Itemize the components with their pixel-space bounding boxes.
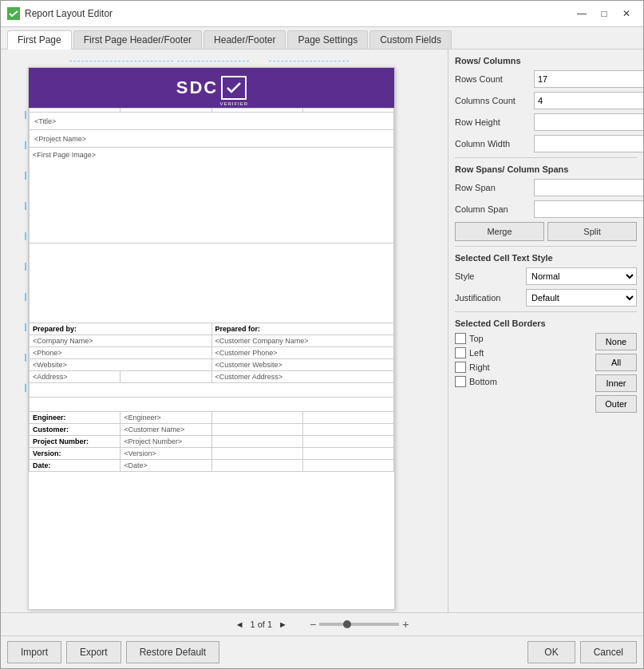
- customer-address-cell: <Customer Address>: [211, 371, 394, 383]
- table-row: <Project Name>: [30, 130, 394, 148]
- sdc-logo: SDC VERIFIER: [176, 76, 247, 100]
- customer-address: <Customer Address>: [215, 373, 283, 381]
- table-row: Prepared by: Prepared for:: [30, 323, 394, 335]
- zoom-plus-button[interactable]: +: [402, 618, 409, 631]
- tab-header-footer[interactable]: Header/Footer: [203, 30, 286, 49]
- none-button[interactable]: None: [595, 333, 637, 350]
- empty-row-2: [30, 398, 394, 412]
- top-label: Top: [469, 334, 501, 343]
- prev-page-button[interactable]: ◄: [235, 620, 244, 629]
- outer-button[interactable]: Outer: [595, 395, 637, 413]
- version-empty-2: [302, 448, 393, 460]
- ruler-tick-2: [20, 141, 26, 149]
- website-cell: <Website>: [30, 359, 212, 371]
- column-width-label: Column Width: [455, 139, 531, 148]
- rows-count-label: Rows Count: [455, 74, 531, 84]
- all-button[interactable]: All: [595, 354, 637, 371]
- empty-row-1: [30, 383, 394, 398]
- zoom-minus-button[interactable]: −: [310, 618, 316, 631]
- customer-value-cell: <Customer Name>: [121, 424, 211, 436]
- ok-button[interactable]: OK: [527, 641, 575, 663]
- zoom-track[interactable]: [319, 623, 399, 626]
- table-row: <Address> <Customer Address>: [30, 371, 394, 383]
- justification-row: Justification Default Left Center Right: [455, 289, 637, 307]
- style-select[interactable]: Normal Bold Italic: [526, 267, 637, 285]
- right-checkbox[interactable]: [455, 362, 466, 373]
- project-number-value-cell: <Project Number>: [121, 436, 211, 448]
- cancel-button[interactable]: Cancel: [580, 641, 637, 663]
- column-span-input[interactable]: [534, 200, 643, 218]
- row-height-row: Row Height: [455, 113, 637, 131]
- table-row: <Website> <Customer Website>: [30, 359, 394, 371]
- project-number-label-cell: Project Number:: [30, 436, 121, 448]
- date-empty-2: [302, 460, 393, 472]
- table-row: <Title>: [30, 113, 394, 130]
- project-number-empty-1: [211, 436, 302, 448]
- version-value: <Version>: [124, 449, 156, 457]
- ruler-tick-8: [20, 323, 26, 331]
- columns-count-label: Columns Count: [455, 96, 531, 105]
- rows-count-input[interactable]: [534, 70, 643, 88]
- address-cell: <Address>: [30, 371, 121, 383]
- import-button[interactable]: Import: [7, 641, 61, 663]
- table-row: Engineer: <Engineer>: [30, 412, 394, 424]
- merge-button[interactable]: Merge: [455, 222, 544, 241]
- ruler-tick-9: [20, 354, 26, 362]
- merge-split-row: Merge Split: [455, 222, 637, 241]
- top-border-row: Top: [455, 333, 589, 344]
- customer-value: <Customer Name>: [124, 426, 184, 433]
- row-height-label: Row Height: [455, 117, 531, 127]
- inner-button[interactable]: Inner: [595, 374, 637, 392]
- row-span-input[interactable]: [534, 179, 643, 196]
- tab-page-settings[interactable]: Page Settings: [287, 30, 368, 49]
- pagination-bar: ◄ 1 of 1 ► − +: [1, 613, 643, 635]
- bottom-border-row: Bottom: [455, 376, 589, 387]
- table-row: <Phone> <Customer Phone>: [30, 347, 394, 359]
- page-header-logo: SDC VERIFIER: [29, 68, 394, 108]
- ruler-tick-5: [20, 232, 26, 240]
- bottom-checkbox[interactable]: [455, 376, 466, 387]
- right-panel: Rows/ Columns Rows Count + ✕ Columns Cou…: [448, 49, 643, 612]
- maximize-button[interactable]: □: [594, 6, 614, 22]
- footer-buttons: Import Export Restore Default OK Cancel: [1, 635, 643, 668]
- tab-custom-fields[interactable]: Custom Fields: [369, 30, 452, 49]
- column-width-input[interactable]: [534, 135, 643, 152]
- cell-text-style-header: Selected Cell Text Style: [455, 253, 637, 263]
- main-window: Report Layout Editor — □ ✕ First Page Fi…: [0, 0, 644, 669]
- export-button[interactable]: Export: [66, 641, 121, 663]
- tab-bar: First Page First Page Header/Footer Head…: [1, 27, 643, 49]
- next-page-button[interactable]: ►: [279, 620, 287, 629]
- tab-first-page[interactable]: First Page: [7, 30, 72, 49]
- top-checkbox[interactable]: [455, 333, 466, 344]
- rows-count-row: Rows Count + ✕: [455, 70, 637, 88]
- left-border-row: Left: [455, 347, 589, 358]
- table-row: Project Number: <Project Number>: [30, 436, 394, 448]
- prepared-for-header: Prepared for:: [211, 323, 394, 335]
- ruler-tick-10: [20, 384, 26, 392]
- large-empty-cell: [30, 243, 394, 323]
- engineer-empty-2: [302, 412, 393, 424]
- minimize-button[interactable]: —: [571, 6, 592, 22]
- tab-first-page-header-footer[interactable]: First Page Header/Footer: [73, 30, 202, 49]
- divider-2: [455, 246, 637, 247]
- page-preview: SDC VERIFIER: [28, 67, 395, 610]
- engineer-value-cell: <Engineer>: [121, 412, 211, 424]
- version-label-cell: Version:: [30, 448, 121, 460]
- preview-area: SDC VERIFIER: [1, 49, 448, 612]
- left-checkbox[interactable]: [455, 347, 466, 358]
- table-row: <First Page Image>: [30, 148, 394, 243]
- ruler-tick-3: [20, 172, 26, 180]
- row-height-input[interactable]: [534, 113, 643, 131]
- close-button[interactable]: ✕: [616, 6, 637, 22]
- sdc-checkmark-box: VERIFIER: [221, 76, 247, 100]
- left-ruler: [4, 67, 28, 610]
- page-info: 1 of 1: [251, 620, 273, 629]
- justification-select[interactable]: Default Left Center Right: [526, 289, 637, 307]
- restore-default-button[interactable]: Restore Default: [126, 641, 219, 663]
- window-title: Report Layout Editor: [25, 8, 567, 19]
- columns-count-input[interactable]: [534, 92, 643, 109]
- border-action-buttons: None All Inner Outer: [595, 333, 637, 413]
- customer-website: <Customer Website>: [215, 361, 282, 369]
- columns-count-row: Columns Count + ✕: [455, 92, 637, 109]
- split-button[interactable]: Split: [547, 222, 637, 241]
